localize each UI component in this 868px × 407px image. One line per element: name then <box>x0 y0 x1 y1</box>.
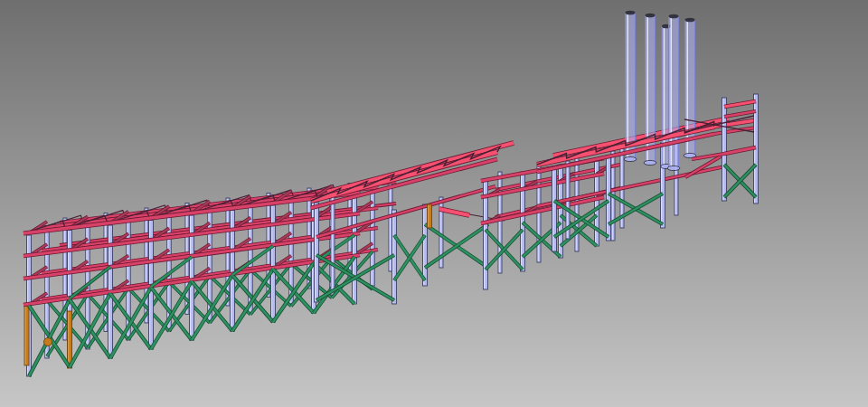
tall-column-top-cap <box>646 14 656 18</box>
tall-column-base-cap <box>644 160 656 165</box>
tall-column-base-cap <box>624 156 637 161</box>
model-viewport[interactable] <box>0 0 868 407</box>
connection-dot[interactable] <box>44 338 52 346</box>
tall-column[interactable] <box>626 13 636 159</box>
tall-column-top-cap <box>626 11 636 15</box>
tall-column-base-cap <box>667 166 680 170</box>
column[interactable] <box>331 194 335 291</box>
tall-column-top-cap <box>669 14 679 19</box>
cad-canvas <box>0 0 868 407</box>
tall-column-top-cap <box>685 18 695 23</box>
